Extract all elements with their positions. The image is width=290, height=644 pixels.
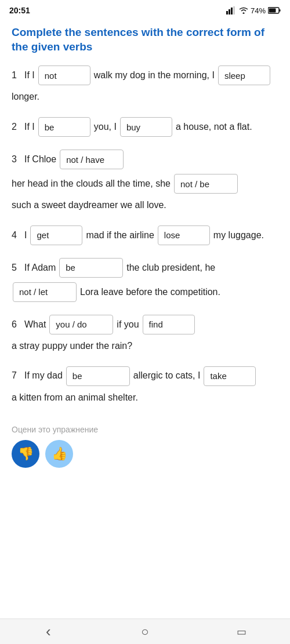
svg-rect-0 — [226, 11, 228, 14]
sentence-3: 3 If Chloe not / have her head in the cl… — [12, 148, 278, 214]
sentence-5: 5 If Adam be the club president, he not … — [12, 257, 278, 303]
sentence-1: 1 If I not walk my dog in the morning, I… — [12, 64, 278, 105]
sentence-2-num: 2 — [12, 119, 21, 136]
s6-text1: What — [24, 316, 46, 333]
s2-box1[interactable]: be — [38, 117, 90, 137]
sentence-6: 6 What you / do if you find a stray pupp… — [12, 314, 278, 355]
svg-rect-1 — [229, 9, 230, 14]
back-icon: ‹ — [46, 623, 51, 641]
s7-box2[interactable]: take — [204, 366, 256, 386]
thumbdown-icon: 👎 — [18, 446, 34, 461]
status-time: 20:51 — [9, 6, 30, 15]
recent-icon: ▭ — [237, 625, 246, 638]
svg-rect-2 — [231, 8, 233, 14]
svg-rect-6 — [269, 9, 276, 13]
s4-text2: mad if the airline — [86, 227, 154, 244]
home-button[interactable]: ○ — [128, 620, 162, 643]
s7-text1: If my dad — [24, 368, 63, 384]
s3-text2: her head in the clouds all the time, she — [12, 176, 171, 192]
s5-text3: Lora leave before the competition. — [80, 284, 220, 301]
sentence-6-num: 6 — [12, 316, 21, 333]
thumbup-button[interactable]: 👍 — [45, 440, 73, 468]
sentence-5-line: 5 If Adam be the club president, he not … — [12, 257, 278, 303]
page-title: Complete the sentences with the correct … — [12, 26, 278, 54]
s4-text3: my luggage. — [213, 227, 264, 244]
nav-bar: ‹ ○ ▭ — [0, 618, 290, 644]
sentence-7-num: 7 — [12, 368, 21, 384]
back-button[interactable]: ‹ — [31, 620, 66, 643]
recent-button[interactable]: ▭ — [224, 620, 259, 643]
sentence-6-line: 6 What you / do if you find a stray pupp… — [12, 314, 278, 355]
sentence-2: 2 If I be you, I buy a house, not a flat… — [12, 116, 278, 138]
sentence-1-line: 1 If I not walk my dog in the morning, I… — [12, 64, 278, 105]
s6-box2[interactable]: find — [143, 315, 195, 334]
s2-box2[interactable]: buy — [120, 117, 172, 137]
s1-text3: longer. — [12, 89, 39, 105]
s5-text2: the club president, he — [126, 260, 215, 276]
sentence-7-line: 7 If my dad be allergic to cats, I take … — [12, 365, 278, 406]
s2-text2: you, I — [94, 119, 117, 136]
main-content: Complete the sentences with the correct … — [0, 19, 290, 479]
s1-text1: If I — [24, 67, 35, 84]
sentence-3-num: 3 — [12, 151, 21, 168]
s1-box2[interactable]: sleep — [218, 66, 270, 85]
sentences-container: 1 If I not walk my dog in the morning, I… — [12, 64, 278, 406]
s1-text2: walk my dog in the morning, I — [94, 67, 215, 84]
s3-box2[interactable]: not / be — [174, 174, 238, 194]
s5-text1: If Adam — [24, 260, 56, 276]
sentence-1-num: 1 — [12, 67, 21, 84]
s7-text2: allergic to cats, I — [133, 368, 201, 384]
battery-icon — [268, 7, 281, 14]
status-icons: 74% — [226, 6, 281, 15]
s4-box1[interactable]: get — [30, 225, 82, 245]
sentence-4: 4 I get mad if the airline lose my lugga… — [12, 224, 278, 246]
s6-box1[interactable]: you / do — [49, 315, 113, 334]
svg-rect-3 — [233, 6, 235, 14]
s3-text1: If Chloe — [24, 151, 56, 168]
signal-icon — [226, 6, 237, 14]
s2-text1: If I — [24, 119, 35, 136]
status-bar: 20:51 74% — [0, 0, 290, 19]
s7-box1[interactable]: be — [66, 366, 130, 386]
rating-label: Оцени это упражнение — [12, 425, 278, 434]
thumbdown-button[interactable]: 👎 — [12, 440, 39, 468]
sentence-2-line: 2 If I be you, I buy a house, not a flat… — [12, 116, 278, 138]
sentence-5-num: 5 — [12, 260, 21, 276]
s2-text3: a house, not a flat. — [176, 119, 252, 136]
sentence-4-line: 4 I get mad if the airline lose my lugga… — [12, 224, 278, 246]
svg-rect-5 — [280, 9, 281, 12]
rating-section: Оцени это упражнение 👎 👍 — [12, 420, 278, 468]
s4-text1: I — [24, 227, 27, 244]
wifi-icon — [239, 7, 248, 14]
s3-box1[interactable]: not / have — [60, 150, 124, 169]
home-icon: ○ — [141, 624, 148, 639]
sentence-4-num: 4 — [12, 227, 21, 244]
s3-text3: such a sweet daydreamer we all love. — [12, 197, 166, 214]
s6-text2: if you — [117, 316, 139, 333]
s1-box1[interactable]: not — [38, 66, 90, 85]
s7-text3: a kitten from an animal shelter. — [12, 390, 138, 406]
sentence-7: 7 If my dad be allergic to cats, I take … — [12, 365, 278, 406]
battery-text: 74% — [251, 6, 266, 15]
sentence-3-line: 3 If Chloe not / have her head in the cl… — [12, 148, 278, 214]
s5-box2[interactable]: not / let — [13, 282, 77, 302]
rating-buttons: 👎 👍 — [12, 440, 278, 468]
s4-box2[interactable]: lose — [158, 225, 210, 245]
s6-text3: a stray puppy under the rain? — [12, 338, 132, 355]
s5-box1[interactable]: be — [59, 258, 123, 278]
thumbup-icon: 👍 — [52, 446, 67, 461]
